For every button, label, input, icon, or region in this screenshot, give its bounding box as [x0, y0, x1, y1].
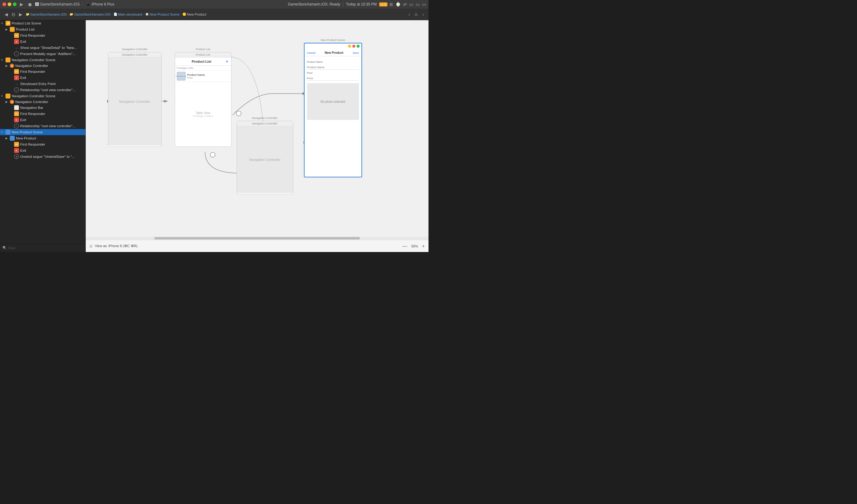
sidebar-item-first-responder-2[interactable]: FR First Responder	[0, 69, 85, 75]
responder-icon: FR	[14, 111, 19, 116]
sidebar-item-nav-bar[interactable]: Navigation Bar	[0, 105, 85, 111]
sidebar-item-present-segue[interactable]: ○ Present Modally segue "AddItem"...	[0, 51, 85, 57]
back-forward-icon[interactable]: ⇄	[403, 2, 407, 7]
sidebar-item-show-segue[interactable]: → Show segue "ShowDetail" to "New...	[0, 45, 85, 51]
nav-back-button[interactable]: ◀	[3, 11, 10, 18]
device-view-icon[interactable]: ⊟	[89, 244, 93, 248]
sidebar-item-exit-2[interactable]: E Exit	[0, 75, 85, 81]
sidebar-item-relationship-2[interactable]: ○ Relationship "root view controller"...	[0, 123, 85, 129]
sidebar-item-relationship-1[interactable]: ○ Relationship "root view controller"...	[0, 87, 85, 93]
zoom-controls: — 50% +	[403, 243, 425, 249]
photo-area[interactable]: No photo selected	[307, 83, 359, 120]
scene-label-4: New Product Scene	[321, 38, 345, 41]
title-bar: ▶ ◼ 🅰 GameStoreXamarin.iOS › 📱 iPhone 8 …	[0, 0, 428, 8]
cancel-button[interactable]: Cancel	[307, 51, 316, 54]
table-prototype-label: Prototype Content	[193, 115, 213, 118]
sidebar-item-exit-4[interactable]: E Exit	[0, 147, 85, 154]
sidebar-item-first-responder-3[interactable]: FR First Responder	[0, 111, 85, 117]
app-name: GameStoreXamarin.iOS	[40, 2, 80, 6]
maximize-button[interactable]	[13, 2, 17, 6]
svg-point-5	[236, 111, 241, 116]
price-input[interactable]	[307, 76, 359, 81]
scene-label-3: Navigation Controller	[252, 117, 278, 120]
sidebar-item-new-product[interactable]: ▶ New Product	[0, 135, 85, 141]
save-button[interactable]: Save	[353, 51, 359, 54]
close-button[interactable]	[2, 2, 6, 6]
nav-controller-frame-2[interactable]: Navigation Controller Navigation Control…	[237, 121, 293, 194]
navigator-icon[interactable]: ⌚	[396, 2, 401, 7]
sidebar-item-exit-1[interactable]: E Exit	[0, 38, 85, 45]
scene-header-1: Navigation Controller	[108, 52, 161, 57]
sidebar-item-nav-ctrl-2[interactable]: ▶ ⊕ Navigation Controller	[0, 99, 85, 105]
product-list-frame[interactable]: Product List Product List + Prototype Ce…	[175, 52, 231, 147]
device-selector[interactable]: 📱 iPhone 8 Plus	[86, 2, 114, 6]
sidebar-item-unwind-segue[interactable]: ⊕ Unwind segue "UnwindSave" to "...	[0, 154, 85, 160]
minimize-button[interactable]	[7, 2, 11, 6]
breadcrumb-storyboard[interactable]: Main.storyboard	[118, 13, 142, 16]
add-button[interactable]: +	[225, 59, 228, 64]
stop-button[interactable]: ◼	[27, 1, 33, 7]
warning-nav-button[interactable]: ⚠	[413, 11, 420, 18]
nav-forward-button[interactable]: ▶	[17, 11, 24, 18]
sidebar-item-label: First Responder	[20, 112, 45, 116]
sidebar-item-storyboard-entry[interactable]: → Storyboard Entry Point	[0, 81, 85, 87]
horizontal-scrollbar[interactable]	[86, 237, 428, 240]
sidebar-toggle-button[interactable]: ⊟	[10, 11, 17, 18]
circle-icon: ⊕	[14, 154, 19, 159]
filter-icon: 🔍	[2, 246, 7, 250]
breadcrumb-view[interactable]: New Product	[187, 13, 206, 16]
sidebar-section-label: Navigation Controller Scene	[12, 94, 55, 98]
forward-nav-button[interactable]: ›	[421, 11, 425, 18]
sidebar-item-label: Navigation Bar	[20, 106, 43, 109]
zoom-in-button[interactable]: +	[422, 243, 425, 249]
scene-label-1: Navigation Controller	[122, 48, 148, 51]
toolbar: ◀ ⊟ ▶ 📁 GameStoreXamarin.iOS › 📁 GameSto…	[0, 8, 428, 20]
nav-controller-frame-1[interactable]: Navigation Controller Navigation Control…	[108, 52, 162, 147]
sidebar-item-first-responder-4[interactable]: FR First Responder	[0, 141, 85, 147]
sidebar-item-first-responder-1[interactable]: FR First Responder	[0, 32, 85, 38]
responder-icon: FR	[14, 33, 19, 38]
view-as-label: View as: iPhone 8 (⌘C ⌘R)	[95, 244, 400, 248]
breadcrumb-scene[interactable]: New Product Scene	[150, 13, 179, 16]
sidebar-section-new-product-scene[interactable]: ▾ New Product Scene	[0, 129, 85, 135]
segue-arrow-icon: →	[14, 45, 19, 50]
sidebar-item-exit-3[interactable]: E Exit	[0, 117, 85, 123]
back-nav-button[interactable]: ‹	[407, 11, 411, 18]
sidebar-section-label: Product List Scene	[12, 21, 41, 25]
chevron-icon: ▶	[5, 28, 10, 31]
new-product-frame[interactable]: Cancel New Product Save Product Name: Pr…	[304, 43, 362, 177]
breadcrumb-project[interactable]: GameStoreXamarin.iOS	[74, 13, 111, 16]
scene-expand-dot	[356, 45, 360, 48]
storyboard-canvas[interactable]: Navigation Controller Navigation Control…	[86, 20, 428, 240]
sidebar-item-label: Show segue "ShowDetail" to "New...	[20, 46, 77, 50]
warning-badge: ⚠ 1	[379, 2, 387, 6]
app-icon: 🅰	[35, 2, 39, 6]
sidebar-item-nav-ctrl-1[interactable]: ▶ ⊕ Navigation Controller	[0, 63, 85, 69]
product-list-cell[interactable]: UIImageView Product Name Price	[175, 71, 231, 82]
split-view-icon[interactable]: ▭	[409, 2, 413, 7]
app-selector[interactable]: 🅰 GameStoreXamarin.iOS	[35, 2, 80, 6]
sidebar-item-product-list[interactable]: ▶ Product List	[0, 26, 85, 32]
breadcrumb-root[interactable]: GameStoreXamarin.iOS	[30, 13, 67, 16]
responder-icon: FR	[14, 69, 19, 74]
play-button[interactable]: ▶	[18, 1, 25, 7]
main-layout: ▾ 📁 Product List Scene ▶ Product List FR…	[0, 20, 428, 252]
product-name-input[interactable]	[307, 65, 359, 70]
build-time: Today at 10:35 PM	[346, 2, 377, 6]
sidebar-item-label: Relationship "root view controller"...	[20, 124, 75, 128]
panel-right-icon[interactable]: ▭	[416, 2, 420, 7]
scrollbar-thumb[interactable]	[154, 237, 360, 240]
canvas-footer: ⊟ View as: iPhone 8 (⌘C ⌘R) — 50% +	[86, 240, 428, 252]
sidebar-section-product-list-scene[interactable]: ▾ 📁 Product List Scene	[0, 20, 85, 26]
sidebar-section-nav-ctrl-scene-2[interactable]: ▾ Navigation Controller Scene	[0, 93, 85, 99]
nav-ctrl-icon: ⊕	[10, 64, 14, 68]
sidebar-section-nav-ctrl-scene-1[interactable]: ▾ Navigation Controller Scene	[0, 57, 85, 63]
panel-left-icon[interactable]: ▭	[422, 2, 426, 7]
sidebar-item-label: Exit	[20, 118, 26, 122]
zoom-out-button[interactable]: —	[403, 243, 407, 249]
editor-mode-icon[interactable]: ⊞	[389, 2, 393, 7]
folder-icon	[5, 57, 11, 63]
breadcrumb: 📁 GameStoreXamarin.iOS › 📁 GameStoreXama…	[26, 13, 206, 16]
filter-input[interactable]	[8, 246, 83, 250]
image-label: UIImageView	[176, 75, 187, 77]
